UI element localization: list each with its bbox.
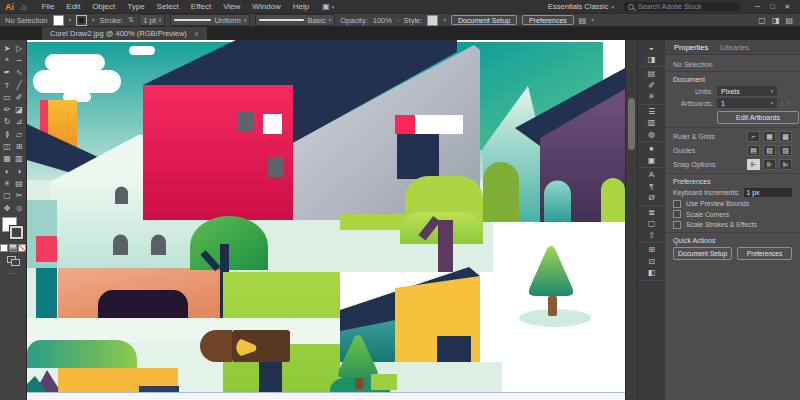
artboard-tool[interactable]: ▢: [1, 190, 13, 202]
preferences-button[interactable]: Preferences: [522, 15, 574, 25]
checkbox-scale-corners[interactable]: [673, 210, 681, 218]
lock-guides-button[interactable]: ▧: [763, 145, 776, 156]
chevron-down-icon[interactable]: ▾: [69, 17, 72, 23]
menu-select[interactable]: Select: [151, 2, 185, 11]
stroke-panel-icon[interactable]: ☰: [648, 106, 655, 118]
perspective-grid-tool[interactable]: ⊞: [13, 140, 25, 152]
fill-color-swatch[interactable]: [53, 15, 64, 26]
none-mode-button[interactable]: [18, 244, 26, 252]
checkbox-scale-strokes-effects[interactable]: [673, 221, 681, 229]
pathfinder-panel-icon[interactable]: ◧: [648, 267, 656, 279]
character-panel-icon[interactable]: A: [649, 169, 654, 181]
scale-tool[interactable]: ⊿: [13, 116, 25, 128]
color-mode-button[interactable]: [0, 244, 8, 252]
checkbox-use-preview-bounds[interactable]: [673, 200, 681, 208]
opacity-value[interactable]: 100%: [373, 16, 392, 25]
edit-toolbar-ellipsis[interactable]: …: [0, 268, 26, 275]
stroke-weight-stepper[interactable]: ⇅: [128, 16, 134, 24]
rectangle-tool[interactable]: ▭: [1, 91, 13, 103]
layers-panel-icon[interactable]: ≣: [648, 207, 655, 219]
blend-tool[interactable]: ◑: [13, 165, 25, 177]
slice-tool[interactable]: ✂: [13, 190, 25, 202]
snap-to-grid-button[interactable]: ▩: [779, 131, 792, 142]
column-graph-tool[interactable]: ▤: [13, 177, 25, 189]
close-tab-icon[interactable]: ✕: [194, 30, 199, 37]
align-panel-icon[interactable]: ⊞: [648, 244, 655, 256]
paragraph-panel-icon[interactable]: ¶: [649, 181, 653, 193]
keyboard-increments-input[interactable]: 1 px: [744, 188, 792, 197]
canvas-artwork[interactable]: [27, 40, 625, 392]
vertical-scrollbar[interactable]: [625, 40, 637, 400]
eyedropper-tool[interactable]: ◗: [1, 165, 13, 177]
line-segment-tool[interactable]: ╱: [13, 79, 25, 91]
app-logo[interactable]: Ai: [5, 2, 14, 12]
prev-artboard-button[interactable]: ‹: [781, 100, 783, 107]
snap-to-pixel-button[interactable]: ⊩: [747, 159, 760, 170]
smart-guides-button[interactable]: ▨: [779, 145, 792, 156]
document-tab[interactable]: Corel Draw2.jpg @ 400% (RGB/Preview) ✕: [42, 27, 207, 40]
document-canvas[interactable]: [27, 40, 625, 392]
color-panel-icon[interactable]: ◒: [649, 42, 654, 54]
menu-type[interactable]: Type: [121, 2, 150, 11]
paintbrush-tool[interactable]: ✐: [13, 91, 25, 103]
show-guides-button[interactable]: ▤: [747, 145, 760, 156]
brushes-panel-icon[interactable]: ✐: [648, 80, 655, 92]
menu-view[interactable]: View: [217, 2, 246, 11]
swatches-panel-icon[interactable]: ▤: [648, 68, 656, 80]
opacity-more-icon[interactable]: ›: [397, 17, 399, 23]
hand-tool[interactable]: ✥: [1, 202, 13, 214]
minimize-button[interactable]: ─: [750, 3, 765, 11]
maximize-button[interactable]: □: [765, 3, 780, 11]
artboards-panel-icon[interactable]: ▢: [648, 218, 656, 230]
pen-tool[interactable]: ✒: [1, 67, 13, 79]
tab-properties[interactable]: Properties: [674, 43, 708, 52]
menu-file[interactable]: File: [35, 2, 60, 11]
horizontal-scrollbar[interactable]: [27, 392, 625, 400]
magic-wand-tool[interactable]: ⌖: [1, 54, 13, 66]
edit-artboards-button[interactable]: Edit Artboards: [717, 111, 799, 124]
show-rulers-button[interactable]: ⌐: [747, 131, 760, 142]
transform-panel-icon[interactable]: ⊡: [648, 256, 655, 268]
stroke-color-swatch[interactable]: [76, 15, 87, 26]
close-button[interactable]: ✕: [780, 3, 795, 11]
stroke-swatch[interactable]: [10, 226, 23, 239]
fill-stroke-control[interactable]: [1, 217, 25, 242]
menu-object[interactable]: Object: [86, 2, 121, 11]
asset-export-panel-icon[interactable]: ⇧: [648, 230, 655, 242]
brush-dropdown[interactable]: Basic ▾: [255, 14, 335, 26]
drawing-modes-button[interactable]: [7, 256, 20, 265]
graphic-styles-panel-icon[interactable]: ▣: [648, 155, 656, 167]
document-setup-button[interactable]: Document Setup: [451, 15, 517, 25]
panel-menu-icon[interactable]: ▤: [785, 16, 793, 25]
selection-tool[interactable]: ➤: [1, 42, 13, 54]
color-guide-panel-icon[interactable]: ◨: [648, 54, 656, 66]
curvature-tool[interactable]: ∿: [13, 67, 25, 79]
menu-window[interactable]: Window: [246, 2, 286, 11]
arrange-documents-icon[interactable]: ◨: [772, 16, 780, 25]
snap-to-glyph-button[interactable]: ⊫: [779, 159, 792, 170]
transparency-panel-icon[interactable]: ◍: [648, 129, 655, 141]
symbols-panel-icon[interactable]: ✳: [648, 91, 655, 103]
artboards-dropdown[interactable]: 1 ▾: [717, 98, 777, 108]
free-transform-tool[interactable]: ▱: [13, 128, 25, 140]
workspace-switcher[interactable]: ▣ ▾: [322, 2, 334, 11]
eraser-tool[interactable]: ◪: [13, 103, 25, 115]
zoom-tool[interactable]: ⊙: [13, 202, 25, 214]
symbol-sprayer-tool[interactable]: ✳: [1, 177, 13, 189]
vertical-scrollbar-thumb[interactable]: [628, 98, 635, 150]
quick-action-preferences[interactable]: Preferences: [737, 247, 792, 260]
gradient-tool[interactable]: ▥: [13, 153, 25, 165]
type-tool[interactable]: T: [1, 79, 13, 91]
menu-help[interactable]: Help: [287, 2, 315, 11]
menu-effect[interactable]: Effect: [185, 2, 217, 11]
chevron-down-icon[interactable]: ▾: [92, 17, 95, 23]
show-grid-button[interactable]: ▦: [763, 131, 776, 142]
width-tool[interactable]: ≬: [1, 128, 13, 140]
stroke-weight-dropdown[interactable]: 1 pt ▾: [139, 14, 165, 26]
chevron-down-icon[interactable]: ▾: [591, 17, 594, 23]
mesh-tool[interactable]: ▦: [1, 153, 13, 165]
stock-search-input[interactable]: Search Adobe Stock: [624, 2, 740, 11]
workspace-selector[interactable]: Essentials Classic ▾: [548, 2, 614, 11]
home-icon[interactable]: ⌂: [21, 2, 26, 12]
quick-action-document-setup[interactable]: Document Setup: [673, 247, 732, 260]
